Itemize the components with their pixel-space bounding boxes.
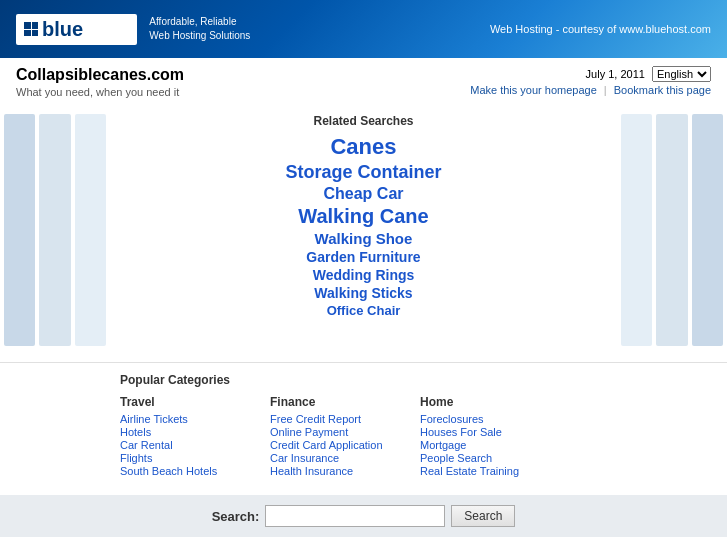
related-link-gardenfurniture[interactable]: Garden Furniture (110, 249, 617, 265)
center-content: Related Searches Canes Storage Container… (110, 110, 617, 350)
search-label: Search: (212, 509, 260, 524)
main-content-area: Related Searches Canes Storage Container… (0, 102, 727, 358)
homepage-link[interactable]: Make this your homepage (470, 84, 597, 96)
cat-link-foreclosures[interactable]: Foreclosures (420, 413, 540, 425)
cat-link-hotels[interactable]: Hotels (120, 426, 240, 438)
related-link-walkingsticks[interactable]: Walking Sticks (110, 285, 617, 301)
cat-links-finance: Free Credit Report Online Payment Credit… (270, 413, 390, 477)
related-links-list: Canes Storage Container Cheap Car Walkin… (110, 134, 617, 318)
cat-link-south-beach-hotels[interactable]: South Beach Hotels (120, 465, 240, 477)
related-searches-title: Related Searches (110, 114, 617, 128)
site-header-right: July 1, 2011 English Make this your home… (470, 66, 711, 96)
cat-header-travel: Travel (120, 395, 240, 409)
cat-link-health-insurance[interactable]: Health Insurance (270, 465, 390, 477)
site-title: Collapsiblecanes.com (16, 66, 184, 84)
search-row: Search: Search (0, 505, 727, 527)
popular-col-home: Home Foreclosures Houses For Sale Mortga… (420, 395, 540, 477)
language-select[interactable]: English (652, 66, 711, 82)
cat-link-mortgage[interactable]: Mortgage (420, 439, 540, 451)
cat-link-free-credit-report[interactable]: Free Credit Report (270, 413, 390, 425)
cat-header-finance: Finance (270, 395, 390, 409)
search-input[interactable] (265, 505, 445, 527)
cat-link-car-insurance[interactable]: Car Insurance (270, 452, 390, 464)
cat-link-flights[interactable]: Flights (120, 452, 240, 464)
left-stripe-2 (39, 114, 70, 346)
popular-categories-section: Popular Categories Travel Airline Ticket… (0, 362, 727, 487)
right-stripe-3 (692, 114, 723, 346)
left-stripes (0, 110, 110, 350)
related-link-canes[interactable]: Canes (110, 134, 617, 160)
bluehost-logo: bluehost (16, 14, 137, 45)
popular-col-finance: Finance Free Credit Report Online Paymen… (270, 395, 390, 477)
site-info-bar: Collapsiblecanes.com What you need, when… (0, 58, 727, 102)
search-section: Search: Search (0, 495, 727, 537)
related-link-weddingrings[interactable]: Wedding Rings (110, 267, 617, 283)
cat-links-home: Foreclosures Houses For Sale Mortgage Pe… (420, 413, 540, 477)
cat-link-car-rental[interactable]: Car Rental (120, 439, 240, 451)
site-header-banner: bluehost Affordable, Reliable Web Hostin… (0, 0, 727, 58)
cat-link-online-payment[interactable]: Online Payment (270, 426, 390, 438)
site-subtitle: What you need, when you need it (16, 86, 184, 98)
logo-text-white: host (87, 18, 129, 41)
related-link-cheapcar[interactable]: Cheap Car (110, 185, 617, 203)
logo-text-blue: blue (42, 18, 83, 41)
cat-header-home: Home (420, 395, 540, 409)
site-date: July 1, 2011 English (470, 66, 711, 82)
footer: Privacy Policy (0, 537, 727, 545)
site-utility-links: Make this your homepage | Bookmark this … (470, 84, 711, 96)
left-stripe-3 (75, 114, 106, 346)
cat-link-real-estate-training[interactable]: Real Estate Training (420, 465, 540, 477)
logo-area: bluehost Affordable, Reliable Web Hostin… (16, 14, 250, 45)
cat-link-credit-card-application[interactable]: Credit Card Application (270, 439, 390, 451)
header-tagline: Affordable, Reliable Web Hosting Solutio… (149, 15, 250, 43)
right-stripe-1 (621, 114, 652, 346)
left-side-column (0, 110, 110, 350)
right-side-column (617, 110, 727, 350)
related-link-walkingcane[interactable]: Walking Cane (110, 205, 617, 228)
cat-link-houses-for-sale[interactable]: Houses For Sale (420, 426, 540, 438)
cat-link-airline-tickets[interactable]: Airline Tickets (120, 413, 240, 425)
cat-link-people-search[interactable]: People Search (420, 452, 540, 464)
site-branding: Collapsiblecanes.com What you need, when… (16, 66, 184, 98)
popular-col-travel: Travel Airline Tickets Hotels Car Rental… (120, 395, 240, 477)
cat-links-travel: Airline Tickets Hotels Car Rental Flight… (120, 413, 240, 477)
header-right-text: Web Hosting - courtesy of www.bluehost.c… (490, 23, 711, 35)
search-button[interactable]: Search (451, 505, 515, 527)
related-link-storage[interactable]: Storage Container (110, 162, 617, 183)
left-stripe-1 (4, 114, 35, 346)
right-stripes (617, 110, 727, 350)
right-stripe-2 (656, 114, 687, 346)
popular-columns: Travel Airline Tickets Hotels Car Rental… (120, 395, 667, 477)
logo-grid-icon (24, 22, 38, 36)
related-link-walkingshoe[interactable]: Walking Shoe (110, 230, 617, 247)
bookmark-link[interactable]: Bookmark this page (614, 84, 711, 96)
related-link-officechair[interactable]: Office Chair (110, 303, 617, 318)
popular-categories-title: Popular Categories (120, 373, 667, 387)
